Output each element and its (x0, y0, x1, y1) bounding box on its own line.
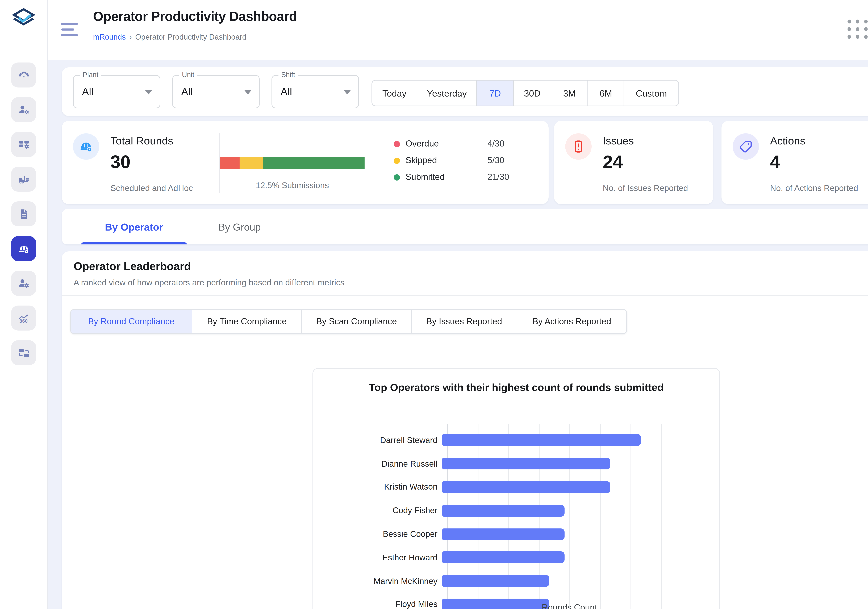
date-range-yesterday[interactable]: Yesterday (417, 81, 477, 105)
operator-productivity-dashboard: 360 Operator Productivity Dashboard mRou… (0, 0, 868, 609)
date-range-6m[interactable]: 6M (588, 81, 624, 105)
date-range-selector: TodayYesterday7D30D3M6MCustom (372, 80, 679, 106)
metric-tab-by-time-compliance[interactable]: By Time Compliance (192, 310, 302, 333)
hamburger-menu-icon[interactable] (61, 23, 78, 36)
chart-category-label: Cody Fisher (313, 506, 442, 515)
top-header: Operator Productivity Dashboard mRounds … (47, 0, 868, 60)
tab-by-group[interactable]: By Group (187, 209, 292, 245)
trend-360-icon: 360 (17, 311, 30, 325)
metric-tab-by-issues-reported[interactable]: By Issues Reported (412, 310, 517, 333)
user-gear-icon (17, 103, 30, 116)
chart-bar-track (442, 434, 687, 446)
tab-by-operator[interactable]: By Operator (81, 209, 187, 245)
total-rounds-card: Total Rounds 30 Scheduled and AdHoc 12.5… (62, 121, 549, 204)
actions-icon-badge (733, 133, 759, 160)
sidebar-item-operator-rounds[interactable] (11, 236, 36, 261)
sidebar-item-insights-360[interactable]: 360 (11, 305, 36, 330)
divider (313, 408, 719, 408)
breadcrumb-separator: › (129, 33, 132, 41)
innovapptive-logo-mark-icon (10, 8, 37, 27)
sidebar-item-documents[interactable] (11, 201, 36, 226)
unit-filter-value: All (181, 85, 193, 97)
date-range-3m[interactable]: 3M (551, 81, 588, 105)
date-range-7d[interactable]: 7D (477, 81, 514, 105)
stacked-bar-segment-overdue (220, 157, 239, 169)
rounds-legend: Overdue4/30Skipped5/30Submitted21/30 (394, 139, 509, 182)
stacked-bar-segment-skipped (239, 157, 264, 169)
plant-filter-select[interactable]: Plant All (73, 75, 160, 108)
sidebar-item-sync[interactable] (11, 340, 36, 365)
dropdown-arrow-icon (344, 90, 351, 95)
dropdown-arrow-icon (245, 90, 251, 95)
metric-tabs: By Round ComplianceBy Time ComplianceBy … (70, 309, 627, 334)
legend-row-submitted: Submitted21/30 (394, 172, 509, 182)
bar (442, 575, 549, 587)
legend-dot-icon (394, 141, 400, 147)
shift-filter-select[interactable]: Shift All (271, 75, 359, 108)
grid-gear-icon (17, 138, 30, 151)
dropdown-arrow-icon (145, 90, 152, 95)
hardhat-rounds-icon (17, 242, 30, 255)
actions-subtitle: No. of Actions Reported (770, 183, 858, 193)
date-range-custom[interactable]: Custom (624, 81, 679, 105)
issues-icon-badge (565, 133, 592, 160)
plant-filter-label: Plant (80, 71, 101, 79)
date-range-today[interactable]: Today (372, 81, 417, 105)
legend-value: 21/30 (487, 172, 509, 182)
hardhat-icon (79, 139, 94, 154)
bar (442, 434, 641, 446)
apps-grid-icon[interactable] (846, 18, 868, 40)
bar (442, 481, 611, 493)
alert-icon (571, 139, 586, 154)
total-rounds-icon-badge (73, 133, 99, 160)
total-rounds-value: 30 (110, 151, 130, 173)
sidebar-item-apps-setup[interactable] (11, 132, 36, 157)
chart-row: Cody Fisher (313, 499, 719, 522)
top-operators-chart: Top Operators with their highest count o… (313, 368, 720, 609)
chart-bar-track (442, 528, 687, 540)
chart-row: Kristin Watson (313, 475, 719, 499)
filter-bar: Plant All Unit All Shift All TodayYester… (62, 67, 868, 116)
divider (62, 295, 868, 296)
chart-rows: Darrell StewardDianne RussellKristin Wat… (313, 428, 719, 609)
chart-plot-area: Darrell StewardDianne RussellKristin Wat… (313, 424, 719, 609)
metric-tab-by-actions-reported[interactable]: By Actions Reported (517, 310, 626, 333)
sidebar-item-operators[interactable] (11, 271, 36, 296)
breadcrumb: mRounds › Operator Productivity Dashboar… (93, 33, 246, 41)
chart-bar-track (442, 458, 687, 470)
user-gear-icon (17, 277, 30, 290)
sidebar-nav: 360 (11, 62, 36, 365)
date-range-30d[interactable]: 30D (514, 81, 551, 105)
view-tabs: By Operator By Group (62, 209, 868, 245)
legend-row-skipped: Skipped5/30 (394, 155, 509, 165)
forklift-icon (17, 172, 30, 186)
sync-boxes-icon (17, 346, 30, 360)
chart-category-label: Floyd Miles (313, 600, 442, 609)
metric-tab-by-round-compliance[interactable]: By Round Compliance (71, 310, 192, 333)
actions-title: Actions (770, 135, 805, 147)
chart-title: Top Operators with their highest count o… (313, 381, 719, 393)
chart-x-axis-label: Rounds Count (447, 603, 691, 609)
operator-leaderboard-card: Operator Leaderboard A ranked view of ho… (62, 251, 868, 609)
shift-filter-label: Shift (279, 71, 298, 79)
legend-label: Submitted (406, 172, 487, 182)
sidebar-item-inventory[interactable] (11, 167, 36, 192)
legend-label: Skipped (406, 155, 487, 165)
tag-icon (738, 139, 753, 154)
bar (442, 505, 564, 516)
leaderboard-subtitle: A ranked view of how operators are perfo… (74, 278, 344, 287)
legend-dot-icon (394, 174, 400, 180)
sidebar-item-user-management[interactable] (11, 97, 36, 122)
breadcrumb-link-mrounds[interactable]: mRounds (93, 33, 126, 41)
legend-row-overdue: Overdue4/30 (394, 139, 509, 149)
chart-bar-track (442, 552, 687, 564)
active-tab-underline (81, 242, 187, 245)
sidebar-item-dashboard[interactable] (11, 62, 36, 87)
bar (442, 528, 564, 540)
gauge-icon (17, 68, 30, 82)
unit-filter-select[interactable]: Unit All (172, 75, 260, 108)
bar (442, 552, 564, 564)
metric-tab-by-scan-compliance[interactable]: By Scan Compliance (302, 310, 412, 333)
svg-text:360: 360 (19, 318, 27, 324)
stacked-bar-segment-submitted (264, 157, 364, 169)
